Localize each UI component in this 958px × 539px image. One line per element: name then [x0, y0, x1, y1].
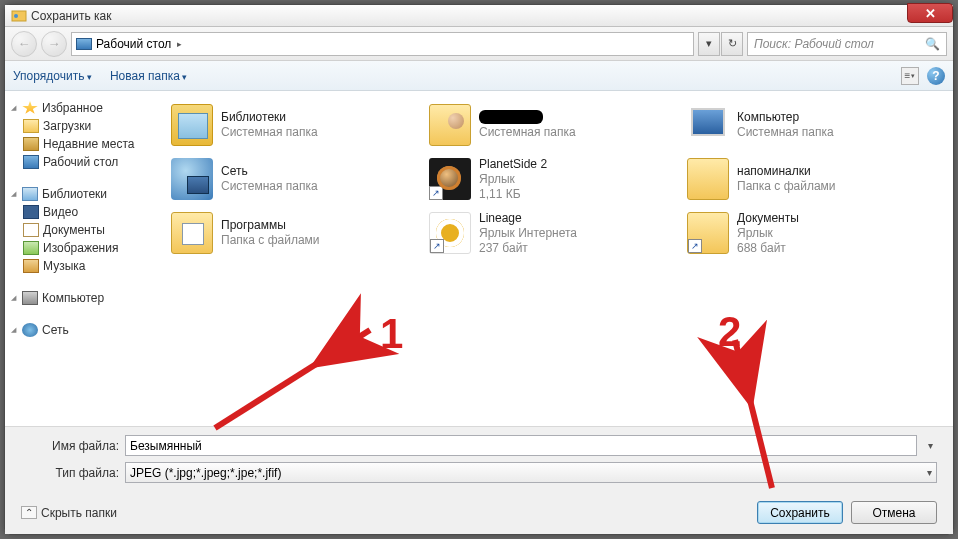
file-size: 688 байт — [737, 241, 799, 256]
filetype-label: Тип файла: — [21, 466, 119, 480]
file-name: Программы — [221, 218, 320, 233]
folder-icon — [687, 158, 729, 200]
breadcrumb-arrow-icon[interactable]: ▸ — [175, 39, 184, 49]
sidebar-item-desktop[interactable]: Рабочий стол — [9, 153, 161, 171]
close-button[interactable]: ✕ — [907, 3, 953, 23]
toolbar: Упорядочить Новая папка ≡▾ ? — [5, 61, 953, 91]
file-name: Библиотеки — [221, 110, 318, 125]
sidebar-item-recent[interactable]: Недавние места — [9, 135, 161, 153]
sidebar-item-downloads[interactable]: Загрузки — [9, 117, 161, 135]
view-options-button[interactable]: ≡▾ — [901, 67, 919, 85]
file-sub: Системная папка — [737, 125, 834, 140]
user-icon — [429, 104, 471, 146]
sidebar-computer[interactable]: Компьютер — [9, 289, 161, 307]
file-item[interactable]: ПрограммыПапка с файлами — [171, 209, 421, 257]
shortcut-overlay-icon: ↗ — [429, 186, 443, 200]
file-list[interactable]: БиблиотекиСистемная папкаXСистемная папк… — [165, 91, 953, 426]
sidebar: Избранное Загрузки Недавние места Рабочи… — [5, 91, 165, 426]
organize-menu[interactable]: Упорядочить — [13, 69, 92, 83]
cancel-button[interactable]: Отмена — [851, 501, 937, 524]
sidebar-item-video[interactable]: Видео — [9, 203, 161, 221]
shortcut-overlay-icon: ↗ — [430, 239, 444, 253]
file-sub: Папка с файлами — [737, 179, 836, 194]
file-size: 1,11 КБ — [479, 187, 547, 202]
chrome-icon: ↗ — [429, 212, 471, 254]
ps2-icon: ↗ — [429, 158, 471, 200]
hide-folders-toggle[interactable]: Скрыть папки — [21, 506, 117, 520]
network-icon — [22, 323, 38, 337]
computer-icon — [22, 291, 38, 305]
file-sub: Ярлык — [479, 172, 547, 187]
file-name: Документы — [737, 211, 799, 226]
shortcut-overlay-icon: ↗ — [688, 239, 702, 253]
document-icon — [23, 223, 39, 237]
sidebar-network[interactable]: Сеть — [9, 321, 161, 339]
file-name: X — [479, 110, 576, 125]
net-icon — [171, 158, 213, 200]
navbar: ← → Рабочий стол ▸ ▾ ↻ Поиск: Рабочий ст… — [5, 27, 953, 61]
file-sub: Системная папка — [221, 125, 318, 140]
sidebar-item-music[interactable]: Музыка — [9, 257, 161, 275]
search-input[interactable]: Поиск: Рабочий стол 🔍 — [747, 32, 947, 56]
help-button[interactable]: ? — [927, 67, 945, 85]
sidebar-favorites[interactable]: Избранное — [9, 99, 161, 117]
window-title: Сохранить как — [31, 9, 111, 23]
sidebar-libraries[interactable]: Библиотеки — [9, 185, 161, 203]
file-name: PlanetSide 2 — [479, 157, 547, 172]
file-sub: Ярлык Интернета — [479, 226, 577, 241]
file-item[interactable]: напоминалкиПапка с файлами — [687, 155, 937, 203]
file-sub: Ярлык — [737, 226, 799, 241]
file-name: напоминалки — [737, 164, 836, 179]
sidebar-item-images[interactable]: Изображения — [9, 239, 161, 257]
file-name: Сеть — [221, 164, 318, 179]
desktop-icon — [76, 38, 92, 50]
save-as-dialog: Сохранить как ✕ ← → Рабочий стол ▸ ▾ ↻ П… — [4, 4, 954, 535]
address-segment[interactable]: Рабочий стол — [96, 37, 171, 51]
file-sub: Папка с файлами — [221, 233, 320, 248]
recent-icon — [23, 137, 39, 151]
svg-point-1 — [14, 14, 18, 18]
prog-icon — [171, 212, 213, 254]
music-icon — [23, 259, 39, 273]
save-fields: Имя файла: ▾ Тип файла: JPEG (*.jpg;*.jp… — [5, 426, 953, 495]
sidebar-item-documents[interactable]: Документы — [9, 221, 161, 239]
search-placeholder: Поиск: Рабочий стол — [754, 37, 874, 51]
filename-label: Имя файла: — [21, 439, 119, 453]
libraries-icon — [22, 187, 38, 201]
file-item[interactable]: ↗ДокументыЯрлык688 байт — [687, 209, 937, 257]
address-bar[interactable]: Рабочий стол ▸ — [71, 32, 694, 56]
file-sub: Системная папка — [221, 179, 318, 194]
video-icon — [23, 205, 39, 219]
refresh-button[interactable]: ↻ — [721, 32, 743, 56]
file-item[interactable]: ↗LineageЯрлык Интернета237 байт — [429, 209, 679, 257]
titlebar[interactable]: Сохранить как ✕ — [5, 5, 953, 27]
file-item[interactable]: XСистемная папка — [429, 101, 679, 149]
downloads-icon — [23, 119, 39, 133]
file-item[interactable]: КомпьютерСистемная папка — [687, 101, 937, 149]
file-sub: Системная папка — [479, 125, 576, 140]
folder-icon: ↗ — [687, 212, 729, 254]
file-item[interactable]: ↗PlanetSide 2Ярлык1,11 КБ — [429, 155, 679, 203]
lib-icon — [171, 104, 213, 146]
filetype-select[interactable]: JPEG (*.jpg;*.jpeg;*.jpe;*.jfif)▾ — [125, 462, 937, 483]
address-dropdown[interactable]: ▾ — [698, 32, 720, 56]
file-name: Компьютер — [737, 110, 834, 125]
filename-dropdown[interactable]: ▾ — [923, 440, 937, 451]
file-item[interactable]: СетьСистемная папка — [171, 155, 421, 203]
save-button[interactable]: Сохранить — [757, 501, 843, 524]
search-icon: 🔍 — [925, 37, 940, 51]
file-size: 237 байт — [479, 241, 577, 256]
back-button[interactable]: ← — [11, 31, 37, 57]
dialog-footer: Скрыть папки Сохранить Отмена — [5, 495, 953, 534]
forward-button[interactable]: → — [41, 31, 67, 57]
comp-icon — [687, 104, 729, 146]
image-icon — [23, 241, 39, 255]
filename-input[interactable] — [125, 435, 917, 456]
file-name: Lineage — [479, 211, 577, 226]
star-icon — [22, 101, 38, 115]
file-item[interactable]: БиблиотекиСистемная папка — [171, 101, 421, 149]
app-icon — [11, 8, 27, 24]
new-folder-button[interactable]: Новая папка — [110, 69, 187, 83]
desktop-icon — [23, 155, 39, 169]
